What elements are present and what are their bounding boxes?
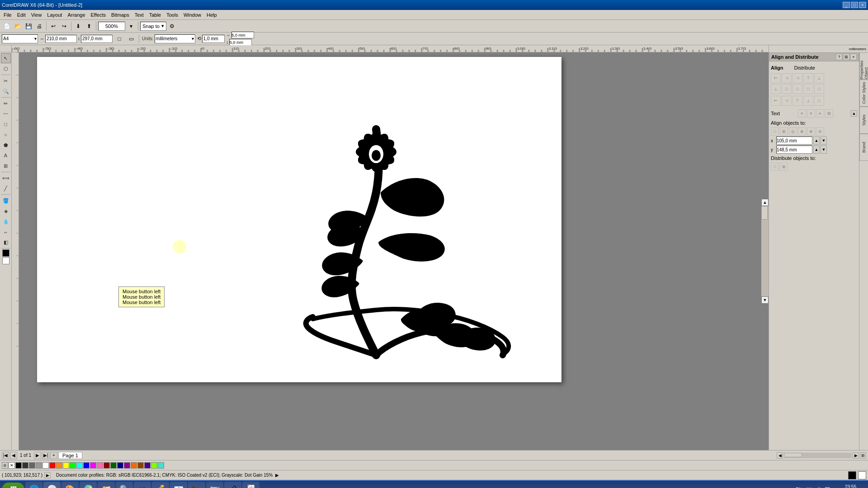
align-center-h[interactable]: ⊣	[782, 73, 792, 83]
menu-tools[interactable]: Tools	[164, 11, 181, 19]
y-coord-down[interactable]: ▼	[821, 145, 827, 154]
close-button[interactable]: ×	[859, 2, 866, 8]
swatch-darkorange[interactable]	[131, 462, 137, 469]
align-obj-2[interactable]: ⊞	[780, 127, 788, 136]
zoom-fit[interactable]: ⊞	[860, 452, 866, 459]
height-input[interactable]	[81, 35, 113, 43]
align-extra-1[interactable]: □	[782, 84, 792, 94]
swatch-chartreuse[interactable]	[151, 462, 157, 469]
color-styles-tab[interactable]: Color Styles	[859, 80, 868, 107]
align-b3[interactable]: ⊤	[793, 96, 802, 106]
no-color-swatch[interactable]: ⊘	[2, 462, 8, 469]
object-properties-tab[interactable]: Object Properties	[859, 52, 868, 80]
menu-window[interactable]: Window	[181, 11, 204, 19]
table-tool[interactable]: ⊞	[1, 161, 11, 171]
swatch-darkmagenta[interactable]	[124, 462, 130, 469]
swatch-darkgreen[interactable]	[110, 462, 117, 469]
h-step-input[interactable]	[231, 32, 254, 38]
freehand-tool[interactable]: ✏	[1, 99, 11, 108]
align-obj-4[interactable]: ⊕	[798, 127, 806, 136]
smart-fill-tool[interactable]: ◈	[1, 206, 11, 216]
interactive-blend-tool[interactable]: ⟗	[1, 227, 11, 237]
scroll-left[interactable]: ◀	[777, 452, 783, 459]
minimize-button[interactable]: _	[843, 2, 850, 8]
swatch-lightgray[interactable]	[36, 462, 42, 469]
swatch-brown[interactable]	[137, 462, 144, 469]
print-button[interactable]: 🖨	[34, 21, 44, 31]
swatch-blue[interactable]	[83, 462, 90, 469]
taskbar-browser[interactable]: 🌐	[25, 482, 42, 488]
page-next[interactable]: ▶	[34, 452, 41, 459]
align-right[interactable]: ⊣	[793, 73, 802, 83]
menu-arrange[interactable]: Arrange	[65, 11, 88, 19]
taskbar-media[interactable]: ⏯	[134, 482, 151, 488]
x-coord-input[interactable]	[776, 136, 812, 145]
paper-size-dropdown[interactable]: A4 ▾	[2, 34, 38, 43]
scroll-down[interactable]: ▼	[761, 296, 769, 304]
align-center-v[interactable]: ⊥	[814, 73, 824, 83]
start-button[interactable]: ⊞	[2, 483, 24, 488]
swatch-gray[interactable]	[29, 462, 35, 469]
align-obj-1[interactable]: □	[771, 127, 779, 136]
swatch-orange[interactable]	[56, 462, 62, 469]
taskbar-ie[interactable]: 🌍	[80, 482, 97, 488]
parallel-dimension-tool[interactable]: ⟺	[1, 173, 11, 183]
styles-tab[interactable]: Styles	[859, 107, 868, 134]
taskbar-explorer[interactable]: 📁	[98, 482, 115, 488]
selection-tool[interactable]: ↖	[1, 53, 11, 63]
align-obj-3[interactable]: ◎	[789, 127, 797, 136]
menu-file[interactable]: File	[1, 11, 14, 19]
swatch-darkred[interactable]	[104, 462, 110, 469]
text-align-btn-2[interactable]: ≡	[807, 109, 815, 117]
v-scrollbar-thumb[interactable]	[761, 206, 768, 220]
align-b4[interactable]: ⊥	[803, 96, 813, 106]
panel-close[interactable]: ×	[850, 54, 857, 60]
undo-button[interactable]: ↩	[48, 21, 58, 31]
swatch-white[interactable]	[42, 462, 49, 469]
y-coord-input[interactable]	[776, 145, 812, 154]
smart-drawing-tool[interactable]: 〰	[1, 109, 11, 119]
status-expand[interactable]: ▶	[44, 472, 51, 479]
align-obj-5[interactable]: ⊗	[807, 127, 815, 136]
shape-tool[interactable]: ⬡	[1, 64, 11, 74]
snap-options[interactable]: ⚙	[167, 21, 177, 31]
canvas-area[interactable]: Mouse button left Mouse button left Mous…	[19, 52, 769, 450]
scroll-up[interactable]: ▲	[761, 199, 769, 206]
taskbar-search[interactable]: 🔍	[116, 482, 133, 488]
swatch-pink[interactable]	[97, 462, 103, 469]
menu-layout[interactable]: Layout	[44, 11, 65, 19]
current-stroke[interactable]	[858, 471, 866, 479]
current-fill[interactable]	[848, 471, 856, 479]
swatch-turquoise[interactable]	[158, 462, 164, 469]
h-scrollbar-track[interactable]	[784, 453, 852, 458]
align-b5[interactable]: □	[814, 96, 824, 106]
snap-to-dropdown[interactable]: Snap to ▾	[140, 22, 166, 31]
zoom-level[interactable]: 500%	[98, 22, 125, 31]
swatch-green[interactable]	[70, 462, 76, 469]
stroke-color[interactable]	[2, 257, 9, 264]
swatch-darkblue[interactable]	[117, 462, 123, 469]
align-bottom[interactable]: ⊥	[771, 84, 781, 94]
color-profile-info[interactable]: ▶	[274, 473, 280, 478]
taskbar-extra[interactable]: 🃏	[242, 482, 259, 488]
page-first[interactable]: |◀	[2, 452, 9, 459]
menu-table[interactable]: Table	[146, 11, 164, 19]
export-button[interactable]: ⬆	[84, 21, 94, 31]
x-coord-down[interactable]: ▼	[821, 136, 827, 145]
align-extra-2[interactable]: □	[793, 84, 802, 94]
y-coord-up[interactable]: ▲	[813, 145, 820, 154]
menu-edit[interactable]: Edit	[14, 11, 28, 19]
panel-help[interactable]: ?	[836, 54, 842, 60]
new-button[interactable]: 📄	[2, 21, 12, 31]
menu-help[interactable]: Help	[204, 11, 220, 19]
dist-btn-2[interactable]: ⊞	[780, 163, 788, 171]
page-1-tab[interactable]: Page 1	[58, 452, 82, 459]
taskbar-corel-draw-app[interactable]: 🖊	[224, 482, 241, 488]
zoom-dropdown[interactable]: ▾	[126, 21, 136, 31]
nudge-input[interactable]	[202, 35, 225, 43]
text-align-btn-4[interactable]: ⊞	[825, 109, 833, 117]
align-extra-3[interactable]: □	[803, 84, 813, 94]
swatch-darkgray[interactable]	[22, 462, 28, 469]
align-top[interactable]: ⊤	[803, 73, 813, 83]
text-align-btn-3[interactable]: A	[816, 109, 824, 117]
